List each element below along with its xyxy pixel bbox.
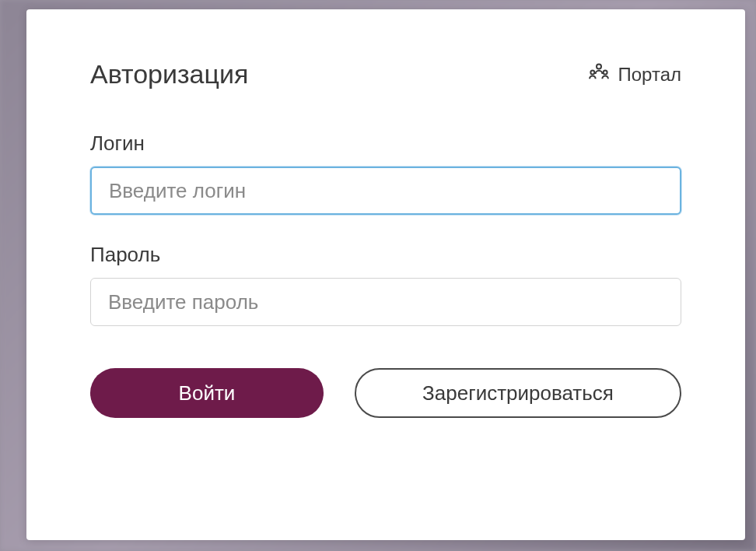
login-label: Логин [90,132,681,156]
login-card: Авторизация Портал Логин Пароль Войти З [26,9,745,540]
login-input[interactable] [90,167,681,215]
svg-point-2 [603,70,607,74]
people-icon [587,61,611,89]
svg-point-0 [597,64,601,68]
button-row: Войти Зарегистрироваться [90,368,681,418]
submit-button[interactable]: Войти [90,368,324,418]
page-title: Авторизация [90,59,248,89]
header-row: Авторизация Портал [90,59,681,89]
password-label: Пароль [90,243,681,267]
portal-link-label: Портал [618,64,682,86]
password-input[interactable] [90,278,681,326]
password-field-group: Пароль [90,243,681,326]
register-button[interactable]: Зарегистрироваться [355,368,681,418]
svg-point-1 [590,70,594,74]
portal-link[interactable]: Портал [587,61,682,89]
login-field-group: Логин [90,132,681,215]
